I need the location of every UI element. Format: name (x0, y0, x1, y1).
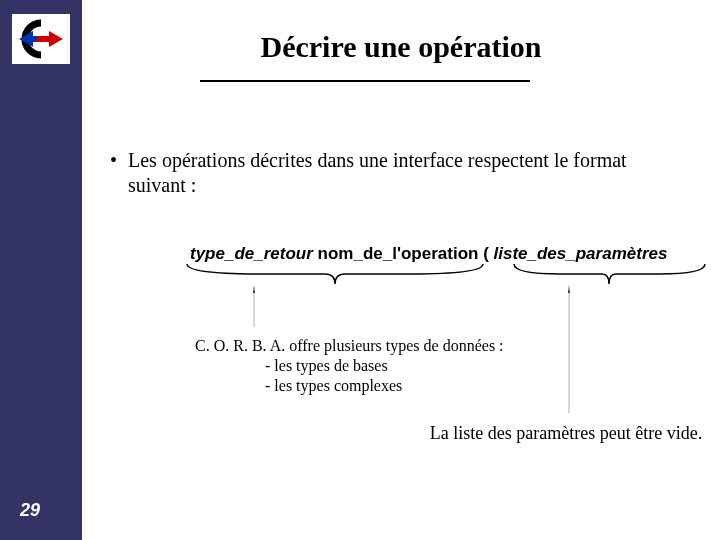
title-underline (200, 80, 530, 82)
bullet-text: Les opérations décrites dans une interfa… (128, 149, 627, 196)
operation-syntax: type_de_retour nom_de_l'operation ( list… (190, 244, 667, 264)
param-list-note: La liste des paramètres peut être vide. (426, 423, 706, 445)
corba-note-line1: C. O. R. B. A. offre plusieurs types de … (195, 336, 504, 356)
sidebar (0, 0, 82, 540)
bullet-item: • Les opérations décrites dans une inter… (128, 148, 688, 198)
svg-marker-3 (253, 285, 255, 293)
svg-marker-1 (37, 31, 63, 47)
page-number: 29 (20, 500, 40, 521)
arrow-to-types-icon (253, 285, 255, 327)
slide-title: Décrire une opération (82, 30, 720, 64)
syntax-op-name: nom_de_l'operation (313, 244, 483, 263)
syntax-param-list: liste_des_paramètres (494, 244, 668, 263)
syntax-return-type: type_de_retour (190, 244, 313, 263)
corba-types-note: C. O. R. B. A. offre plusieurs types de … (195, 336, 504, 396)
arrow-to-params-icon (568, 285, 570, 413)
c-arrows-icon (15, 19, 67, 59)
bullet-marker: • (110, 148, 117, 173)
brace-right-icon (512, 262, 707, 288)
corba-note-line2: - les types de bases (195, 356, 504, 376)
svg-marker-5 (568, 285, 570, 293)
corba-logo (12, 14, 70, 64)
brace-left-icon (185, 262, 485, 288)
syntax-open-paren: ( (483, 244, 493, 263)
corba-note-line3: - les types complexes (195, 376, 504, 396)
